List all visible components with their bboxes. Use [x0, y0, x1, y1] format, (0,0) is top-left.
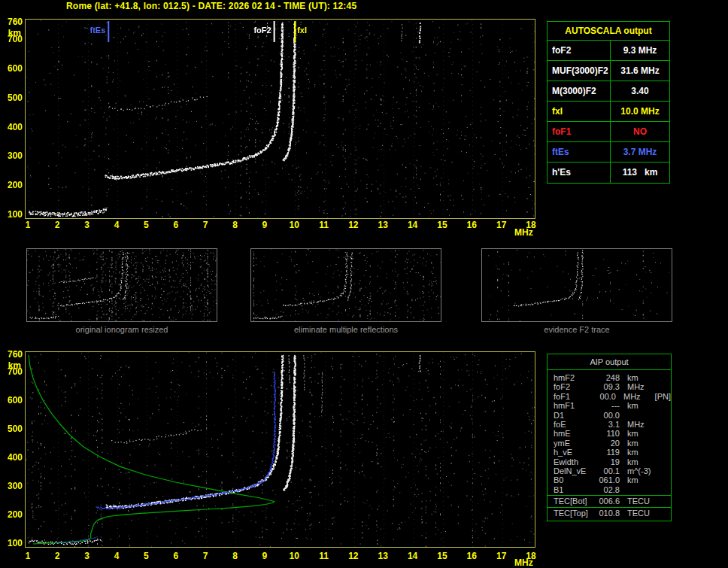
autoscala-row-label: M(3000)F2: [548, 81, 611, 101]
y-tick-760: 760: [2, 17, 23, 26]
thumbnail-canvas-3: [482, 249, 672, 321]
aip-unit: TECU: [627, 509, 659, 518]
x-tick-13: 13: [375, 220, 391, 229]
aip-label: foE: [554, 420, 596, 429]
y-tick-100: 100: [2, 210, 23, 219]
thumbnail-caption-2: eliminate multiple reflections: [250, 325, 441, 334]
ionogram-plot-bottom: [25, 351, 535, 548]
x-tick-7: 7: [197, 220, 214, 229]
y-tick-600: 600: [2, 64, 23, 73]
aip-unit: km: [627, 439, 659, 448]
x-tick-6: 6: [168, 220, 184, 229]
aip-separator: [548, 507, 671, 508]
aip-value: 010.8: [596, 509, 620, 518]
aip-label: B0: [554, 475, 596, 484]
autoscala-row-fxI: fxI10.0 MHz: [548, 102, 669, 122]
aip-value: 119: [596, 448, 620, 457]
autoscala-row-value: 3.7 MHz: [611, 142, 669, 162]
aip-label: foF2: [554, 382, 596, 391]
x-tick-11: 11: [316, 220, 332, 229]
x-tick-5: 5: [138, 220, 154, 229]
x-tick-11: 11: [316, 551, 332, 560]
aip-separator: [548, 495, 671, 496]
autoscala-table-title: AUTOSCALA output: [548, 22, 669, 41]
x-tick-5: 5: [138, 551, 154, 560]
thumbnail-1: [26, 248, 217, 322]
aip-value: 006.6: [596, 497, 620, 506]
aip-row-Ewidth: Ewidth19km: [548, 457, 671, 466]
autoscala-row-value: 9.3 MHz: [611, 41, 669, 60]
aip-table-title: AIP output: [548, 354, 671, 370]
autoscala-row-value: 31.6 MHz: [611, 61, 669, 80]
autoscala-row-label: ftEs: [548, 142, 611, 162]
x-tick-17: 17: [493, 220, 510, 229]
x-tick-6: 6: [168, 551, 184, 560]
aip-row-foF1: foF100.0MHz[PN]: [548, 392, 671, 401]
aip-row-hmF1: hmF1---km: [548, 401, 671, 410]
x-tick-4: 4: [108, 551, 125, 560]
x-tick-16: 16: [463, 551, 480, 560]
marker-label-ftEs: ftEs: [80, 26, 105, 35]
aip-table-rows: hmF2248kmfoF209.3MHzfoF100.0MHz[PN]hmF1-…: [548, 370, 671, 494]
aip-row-ymE: ymE20km: [548, 439, 671, 448]
x-tick-3: 3: [79, 551, 96, 560]
autoscala-row-value: 10.0 MHz: [611, 102, 669, 121]
aip-unit: km: [627, 401, 659, 410]
x-tick-15: 15: [434, 551, 450, 560]
aip-note: [PN]: [655, 392, 671, 401]
aip-output-table: AIP output hmF2248kmfoF209.3MHzfoF100.0M…: [547, 354, 672, 521]
aip-unit: TECU: [627, 497, 659, 506]
x-tick-9: 9: [256, 220, 273, 229]
aip-label: h_vE: [554, 448, 596, 457]
x-tick-9: 9: [256, 551, 273, 560]
aip-value: 061.0: [596, 475, 620, 484]
aip-value: 00.1: [596, 466, 620, 475]
x-tick-8: 8: [226, 551, 243, 560]
x-tick-1: 1: [20, 220, 36, 229]
aip-row-foE: foE3.1MHz: [548, 420, 671, 429]
aip-unit: [627, 411, 659, 420]
autoscala-row-label: MUF(3000)F2: [548, 61, 611, 80]
y-tick-600: 600: [2, 396, 23, 405]
ionogram-canvas-top: [26, 20, 535, 218]
autoscala-row-foF1: foF1NO: [548, 122, 669, 142]
y-tick-400: 400: [2, 453, 23, 462]
aip-row-foF2: foF209.3MHz: [548, 382, 671, 391]
thumbnail-caption-1: original ionogram resized: [26, 325, 217, 334]
aip-row-h_vE: h_vE119km: [548, 448, 671, 457]
ionogram-plot-top: [25, 19, 535, 219]
aip-unit: MHz: [627, 382, 659, 391]
aip-row-TEC[Bot]: TEC[Bot]006.6TECU: [548, 497, 671, 506]
aip-label: TEC[Top]: [554, 509, 596, 518]
x-tick-4: 4: [108, 220, 125, 229]
x-tick-13: 13: [375, 551, 391, 560]
aip-value: 110: [596, 429, 620, 438]
aip-unit: km: [627, 448, 659, 457]
aip-value: 20: [596, 439, 620, 448]
x-tick-2: 2: [49, 551, 65, 560]
thumbnail-canvas-2: [251, 249, 441, 321]
y-tick-400: 400: [2, 123, 23, 132]
aip-label: hmF2: [554, 373, 596, 382]
aip-label: foF1: [554, 392, 593, 401]
aip-unit: [627, 485, 659, 494]
aip-label: ymE: [554, 439, 596, 448]
aip-unit: km: [627, 457, 659, 466]
autoscala-row-M(3000)F2: M(3000)F23.40: [548, 81, 669, 102]
x-tick-14: 14: [405, 551, 421, 560]
autoscala-row-label: fxI: [548, 102, 611, 121]
aip-value: 09.3: [596, 382, 620, 391]
aip-row-B1: B102.8: [548, 485, 671, 494]
aip-label: DelN_vE: [554, 466, 596, 475]
aip-label: D1: [554, 411, 596, 420]
y-tick-500: 500: [2, 93, 23, 102]
x-tick-10: 10: [286, 220, 302, 229]
autoscala-screen: Rome (lat: +41.8, lon: 012.5) - DATE: 20…: [0, 0, 728, 568]
y-tick-100: 100: [2, 539, 23, 548]
x-tick-12: 12: [345, 220, 362, 229]
thumbnail-caption-3: evidence F2 trace: [481, 325, 672, 334]
aip-row-DelN_vE: DelN_vE00.1m^(-3): [548, 466, 671, 475]
y-tick-300: 300: [2, 481, 23, 491]
aip-row-hmE: hmE110km: [548, 429, 671, 438]
aip-label: TEC[Bot]: [554, 497, 596, 506]
